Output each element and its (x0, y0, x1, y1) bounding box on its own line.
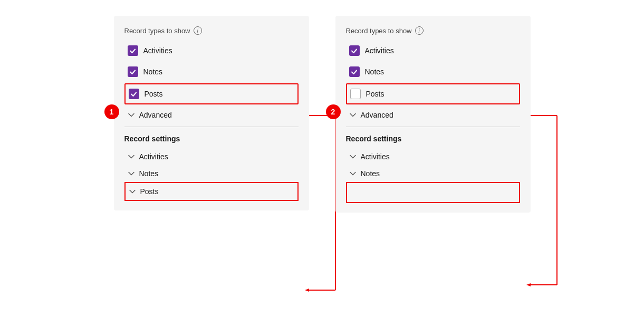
activities-checkbox-row-2[interactable]: Activities (346, 41, 520, 60)
rs-activities-label-1: Activities (139, 152, 168, 161)
posts-checkbox-row-1[interactable]: Posts (124, 83, 299, 104)
advanced-row-1[interactable]: Advanced (124, 107, 299, 123)
activities-checkbox-1[interactable] (128, 45, 138, 56)
notes-label-1: Notes (143, 68, 163, 76)
notes-checkbox-row-1[interactable]: Notes (124, 62, 299, 81)
rs-posts-chevron-1 (129, 188, 136, 195)
rs-activities-label-2: Activities (361, 152, 390, 161)
activities-checkbox-row-1[interactable]: Activities (124, 41, 299, 60)
posts-label-1: Posts (145, 90, 163, 98)
rs-activities-row-2[interactable]: Activities (346, 148, 520, 165)
info-icon-2: i (415, 26, 424, 35)
rs-posts-empty-row-2 (346, 182, 520, 203)
rs-activities-row-1[interactable]: Activities (124, 148, 299, 165)
badge-1: 1 (104, 104, 119, 119)
record-settings-label-2: Record settings (346, 135, 520, 143)
posts-label-2: Posts (366, 90, 385, 98)
rs-activities-chevron-2 (349, 153, 357, 160)
posts-checkbox-row-2[interactable]: Posts (346, 83, 520, 104)
rs-notes-label-1: Notes (139, 169, 159, 178)
rs-activities-chevron-1 (128, 153, 135, 160)
record-settings-label-1: Record settings (124, 135, 299, 143)
advanced-label-1: Advanced (139, 111, 172, 119)
advanced-label-2: Advanced (361, 111, 393, 119)
activities-label-2: Activities (365, 46, 394, 55)
info-icon-1: i (194, 26, 202, 35)
notes-label-2: Notes (365, 68, 385, 76)
rs-notes-row-1[interactable]: Notes (124, 165, 299, 182)
panel-2: Record types to show i Activities (335, 16, 531, 213)
rs-notes-label-2: Notes (361, 169, 380, 178)
rs-notes-chevron-1 (128, 170, 135, 177)
rs-notes-chevron-2 (349, 170, 357, 177)
badge-2: 2 (326, 104, 341, 119)
advanced-row-2[interactable]: Advanced (346, 107, 520, 123)
panel-1: Record types to show i Activities (114, 16, 309, 210)
svg-marker-3 (305, 289, 309, 292)
record-types-label-1: Record types to show i (124, 26, 299, 35)
advanced-chevron-1 (128, 111, 135, 119)
svg-marker-7 (526, 283, 531, 286)
divider-2 (346, 127, 520, 127)
posts-checkbox-2[interactable] (350, 89, 361, 99)
notes-checkbox-1[interactable] (128, 66, 138, 77)
advanced-chevron-2 (349, 111, 357, 119)
rs-posts-label-1: Posts (140, 187, 159, 196)
rs-posts-row-1[interactable]: Posts (124, 182, 299, 201)
notes-checkbox-2[interactable] (349, 66, 360, 77)
activities-checkbox-2[interactable] (349, 45, 360, 56)
notes-checkbox-row-2[interactable]: Notes (346, 62, 520, 81)
divider-1 (124, 127, 299, 127)
posts-checkbox-1[interactable] (129, 89, 139, 99)
rs-notes-row-2[interactable]: Notes (346, 165, 520, 182)
activities-label-1: Activities (143, 46, 172, 55)
record-types-label-2: Record types to show i (346, 26, 520, 35)
